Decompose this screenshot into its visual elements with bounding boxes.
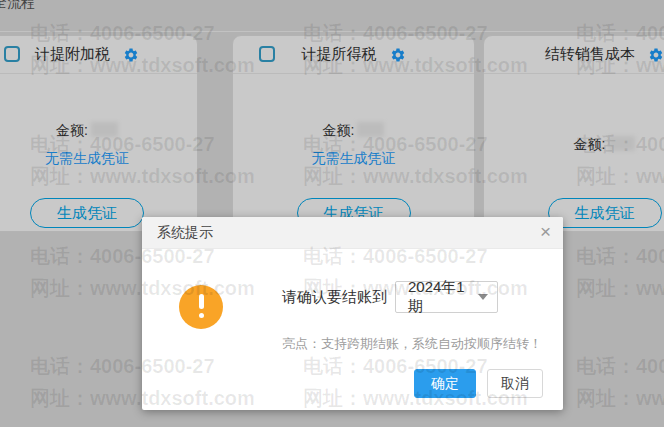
app-screen: 全流程 计提附加税 金额: 无需生成凭证 生成凭证 计提所得税 xyxy=(0,0,664,427)
highlight-hint-text: 亮点：支持跨期结账，系统自动按顺序结转！ xyxy=(282,335,542,353)
chevron-down-icon xyxy=(478,294,488,300)
dialog-titlebar: 系统提示 × xyxy=(142,217,563,249)
dialog-footer: 确定 取消 xyxy=(414,369,543,398)
confirm-button[interactable]: 确定 xyxy=(414,369,476,398)
period-selected-value: 2024年1期 xyxy=(408,278,478,316)
cancel-button[interactable]: 取消 xyxy=(487,369,543,398)
warning-exclamation-icon xyxy=(179,285,223,329)
close-icon[interactable]: × xyxy=(540,217,551,246)
confirm-message: 请确认要结账到 xyxy=(282,288,387,307)
system-prompt-dialog: 系统提示 × 请确认要结账到 2024年1期 亮点：支持跨期结账，系统自动按顺序… xyxy=(142,217,563,410)
period-select-dropdown[interactable]: 2024年1期 xyxy=(395,281,498,313)
confirm-message-row: 请确认要结账到 2024年1期 xyxy=(282,281,498,313)
dialog-title: 系统提示 xyxy=(157,217,213,248)
